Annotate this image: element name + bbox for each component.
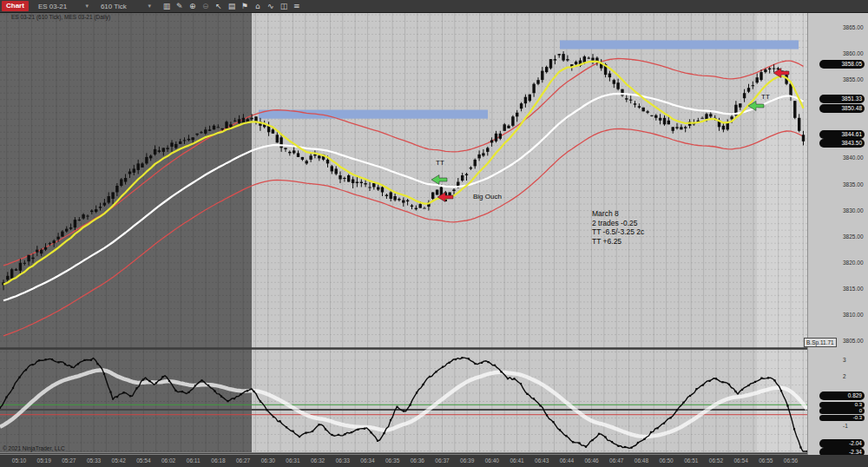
zoom-in-icon[interactable]: ⊕ xyxy=(188,1,197,11)
trade-marker-label-tt-1: TT xyxy=(436,159,444,167)
time-axis-label: 05:42 xyxy=(112,457,126,464)
chart-toolbar: Chart ES 03-21 ▾ 610 Tick ▾ ▥✎⊕⊖↖▤⚑⌂∿◫≡ xyxy=(0,0,868,13)
time-axis-label: 06:32 xyxy=(311,457,325,464)
note-line: March 8 xyxy=(592,209,644,219)
time-axis-label: 06:52 xyxy=(709,457,723,464)
time-axis-label: 05:54 xyxy=(136,457,150,464)
spread-indicator-box: B.Sp.11.71 xyxy=(804,338,837,347)
time-axis-label: 06:30 xyxy=(261,457,275,464)
time-axis-label: 06:51 xyxy=(684,457,698,464)
ninjatrader-chart-window: Chart ES 03-21 ▾ 610 Tick ▾ ▥✎⊕⊖↖▤⚑⌂∿◫≡ … xyxy=(0,0,868,467)
time-axis-label: 06:47 xyxy=(609,457,623,464)
chart-instrument-label: ES 03-21 (610 Tick), MES 03-21 (Daily) xyxy=(11,14,110,20)
draw-pencil-icon[interactable]: ✎ xyxy=(175,1,184,11)
trade-marker-label-tt-2: TT xyxy=(761,93,770,101)
chart-tab-badge[interactable]: Chart xyxy=(2,1,29,11)
toolbar-icons: ▥✎⊕⊖↖▤⚑⌂∿◫≡ xyxy=(162,1,301,11)
zoom-out-icon[interactable]: ⊖ xyxy=(201,1,210,11)
time-axis-label: 06:33 xyxy=(336,457,350,464)
chart-style-icon[interactable]: ▥ xyxy=(162,1,171,11)
time-axis-label: 05:19 xyxy=(37,457,51,464)
list-icon[interactable]: ≡ xyxy=(293,1,301,11)
big-ouch-annotation: Big Ouch xyxy=(473,193,502,201)
copyright-label: © 2021 NinjaTrader, LLC xyxy=(3,445,65,451)
zigzag-icon[interactable]: ∿ xyxy=(266,1,275,11)
time-axis-label: 06:36 xyxy=(411,457,424,464)
time-axis-label: 06:48 xyxy=(635,457,648,464)
price-axis-gutter[interactable] xyxy=(807,12,868,455)
interval-dropdown[interactable]: 610 Tick ▾ xyxy=(98,1,154,11)
time-axis-label: 06:11 xyxy=(187,457,201,464)
time-axis-label: 06:55 xyxy=(759,457,773,464)
chart-canvas[interactable] xyxy=(0,0,868,467)
instrument-dropdown[interactable]: ES 03-21 ▾ xyxy=(36,1,91,11)
home-icon[interactable]: ⌂ xyxy=(253,1,262,11)
time-axis[interactable]: 05:1005:1905:2705:3305:4205:5406:0206:11… xyxy=(0,455,868,467)
time-axis-label: 06:44 xyxy=(560,457,574,464)
note-line: 2 trades -0.25 xyxy=(592,219,644,228)
instrument-dropdown-value: ES 03-21 xyxy=(38,3,67,10)
flag-icon[interactable]: ⚑ xyxy=(240,1,249,11)
time-axis-label: 06:27 xyxy=(236,457,250,464)
daily-trade-note: March 8 2 trades -0.25 TT -6.5/-3.25 2c … xyxy=(592,209,644,246)
time-axis-label: 06:46 xyxy=(584,457,598,464)
chevron-down-icon: ▾ xyxy=(85,3,89,10)
time-axis-label: 06:37 xyxy=(435,457,449,464)
time-axis-label: 05:10 xyxy=(12,457,26,464)
note-line: TT -6.5/-3.25 2c xyxy=(592,227,644,237)
time-axis-label: 06:02 xyxy=(161,457,175,464)
time-axis-label: 06:50 xyxy=(659,457,673,464)
time-axis-label: 06:40 xyxy=(485,457,499,464)
time-axis-label: 05:33 xyxy=(87,457,101,464)
time-axis-label: 06:18 xyxy=(211,457,225,464)
note-line: TT +6.25 xyxy=(592,237,644,247)
time-axis-label: 06:34 xyxy=(360,457,374,464)
time-axis-label: 06:31 xyxy=(286,457,299,464)
panels-icon[interactable]: ◫ xyxy=(279,1,288,11)
time-axis-label: 06:35 xyxy=(385,457,399,464)
cursor-icon[interactable]: ↖ xyxy=(214,1,223,11)
document-icon[interactable]: ▤ xyxy=(227,1,236,11)
time-axis-label: 05:27 xyxy=(62,457,76,464)
time-axis-label: 06:56 xyxy=(784,457,798,464)
time-axis-label: 06:43 xyxy=(535,457,549,464)
interval-dropdown-value: 610 Tick xyxy=(101,3,127,10)
time-axis-label: 06:39 xyxy=(460,457,474,464)
time-axis-label: 06:41 xyxy=(510,457,523,464)
time-axis-label: 06:54 xyxy=(733,457,747,464)
chevron-down-icon: ▾ xyxy=(148,3,151,10)
